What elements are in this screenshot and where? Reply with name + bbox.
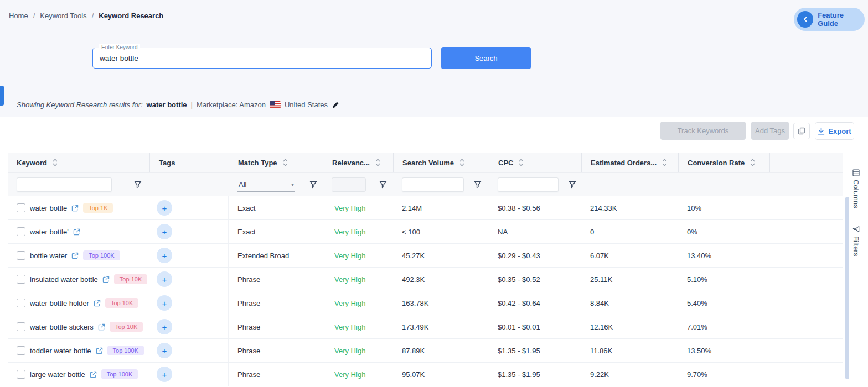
relevance-filter-funnel-icon[interactable] <box>379 181 387 189</box>
cpc-value: $1.35 - $1.95 <box>498 370 540 379</box>
add-tags-button[interactable]: Add Tags <box>751 122 789 140</box>
search-volume-filter-funnel-icon[interactable] <box>474 181 482 189</box>
filter-cell <box>149 173 229 196</box>
estimated-orders-value: 214.33K <box>590 204 617 212</box>
keyword-link[interactable]: large water bottle <box>30 370 85 379</box>
keyword-link[interactable]: water bottle <box>30 204 67 212</box>
copy-button[interactable] <box>793 123 810 139</box>
match-type-filter-select[interactable]: All▾ <box>237 177 295 192</box>
external-link-icon[interactable] <box>102 276 110 283</box>
add-tag-button[interactable]: + <box>157 248 172 263</box>
row-checkbox[interactable] <box>17 299 25 307</box>
search-volume-filter-input[interactable] <box>402 177 464 192</box>
cpc-filter-input[interactable] <box>498 177 559 192</box>
external-link-icon[interactable] <box>71 205 79 212</box>
filter-cell <box>769 173 843 196</box>
estimated-orders-value: 9.22K <box>590 370 609 379</box>
filter-cell: All▾ <box>229 173 323 196</box>
rank-badge: Top 10K <box>110 322 143 332</box>
keyword-link[interactable]: insulated water bottle <box>30 275 98 284</box>
relevance-value: Very High <box>334 347 365 355</box>
row-checkbox[interactable] <box>17 275 25 284</box>
feature-guide-button[interactable]: Feature Guide <box>794 8 865 31</box>
download-icon <box>818 128 825 135</box>
add-tag-button[interactable]: + <box>157 271 172 287</box>
external-link-icon[interactable] <box>73 228 80 236</box>
row-checkbox[interactable] <box>17 203 25 212</box>
keyword-link[interactable]: toddler water bottle <box>30 347 91 355</box>
filters-panel-tab[interactable]: Filters <box>852 226 860 257</box>
row-checkbox[interactable] <box>17 370 25 379</box>
breadcrumb-home[interactable]: Home <box>9 12 28 20</box>
filters-funnel-icon <box>852 226 860 233</box>
add-tag-button[interactable]: + <box>157 367 172 382</box>
relevance-value: Very High <box>334 370 365 379</box>
search-input[interactable]: Enter Keyword water bottle <box>92 48 432 69</box>
match-type-value: Exact <box>237 228 256 236</box>
row-checkbox[interactable] <box>17 251 25 260</box>
cpc-value: $0.35 - $0.52 <box>498 275 540 284</box>
external-link-icon[interactable] <box>98 323 105 331</box>
row-checkbox[interactable] <box>17 322 25 331</box>
track-keywords-button[interactable]: Track Keywords <box>660 122 746 140</box>
add-tag-button[interactable]: + <box>157 200 172 216</box>
row-checkbox[interactable] <box>17 227 25 236</box>
conversion-rate-value: 10% <box>687 204 701 212</box>
keyword-link[interactable]: water bottle' <box>30 228 69 236</box>
column-header-match-type[interactable]: Match Type <box>229 153 323 172</box>
breadcrumb-keyword-tools[interactable]: Keyword Tools <box>40 12 86 20</box>
add-tag-button[interactable]: + <box>157 295 172 311</box>
filter-cell <box>678 173 769 196</box>
external-link-icon[interactable] <box>94 300 101 307</box>
table-row: water bottle stickersTop 10K+PhraseVery … <box>8 315 843 339</box>
add-tag-button[interactable]: + <box>157 224 172 239</box>
table-filter-row: All▾ <box>8 173 843 196</box>
edit-marketplace-icon[interactable] <box>332 101 339 109</box>
estimated-orders-value: 0 <box>590 228 594 236</box>
filter-cell <box>581 173 678 196</box>
column-header-estimated-orders[interactable]: Estimated Orders... <box>581 153 678 172</box>
keyword-filter-funnel-icon[interactable] <box>134 181 142 189</box>
side-panel-handle[interactable] <box>0 86 4 106</box>
match-type-filter-funnel-icon[interactable] <box>309 181 317 189</box>
vertical-scrollbar[interactable] <box>845 197 849 379</box>
rank-badge: Top 1K <box>83 203 113 213</box>
right-side-rail: Columns Filters <box>843 153 868 387</box>
relevance-value: Very High <box>334 228 365 236</box>
table-header-row: KeywordTagsMatch TypeRelevanc...Search V… <box>8 153 843 173</box>
cpc-value: $1.35 - $1.95 <box>498 347 540 355</box>
keyword-link[interactable]: water bottle holder <box>30 299 89 307</box>
external-link-icon[interactable] <box>71 252 79 259</box>
search-button[interactable]: Search <box>441 47 531 69</box>
column-header-cpc[interactable]: CPC <box>489 153 581 172</box>
table-row: water bottle'+ExactVery High< 100NA00% <box>8 220 843 244</box>
relevance-value: Very High <box>334 204 365 212</box>
external-link-icon[interactable] <box>96 347 103 354</box>
columns-panel-tab[interactable]: Columns <box>852 169 860 208</box>
results-prefix: Showing Keyword Research results for: <box>17 101 143 109</box>
column-header-relevanc[interactable]: Relevanc... <box>323 153 393 172</box>
external-link-icon[interactable] <box>90 371 97 378</box>
row-checkbox[interactable] <box>17 346 25 355</box>
add-tag-button[interactable]: + <box>157 319 172 334</box>
column-header-search-volume[interactable]: Search Volume <box>393 153 489 172</box>
results-keyword: water bottle <box>147 101 187 109</box>
export-button[interactable]: Export <box>815 122 854 140</box>
conversion-rate-value: 5.40% <box>687 299 707 307</box>
keyword-link[interactable]: water bottle stickers <box>30 323 94 331</box>
search-volume-value: 492.3K <box>402 275 425 284</box>
column-header-conversion-rate[interactable]: Conversion Rate <box>678 153 769 172</box>
estimated-orders-value: 25.11K <box>590 275 612 284</box>
add-tag-button[interactable]: + <box>157 343 172 358</box>
column-header-keyword[interactable]: Keyword <box>8 153 149 172</box>
filter-cell <box>8 173 149 196</box>
export-label: Export <box>828 127 851 135</box>
keyword-link[interactable]: bottle water <box>30 252 67 260</box>
keyword-filter-input[interactable] <box>17 177 112 192</box>
sort-icon <box>53 159 58 166</box>
cpc-filter-funnel-icon[interactable] <box>569 181 576 189</box>
conversion-rate-value: 0% <box>687 228 698 236</box>
search-volume-value: 163.78K <box>402 299 428 307</box>
feature-guide-label: Feature Guide <box>818 11 865 28</box>
relevance-filter-input[interactable] <box>332 177 366 192</box>
